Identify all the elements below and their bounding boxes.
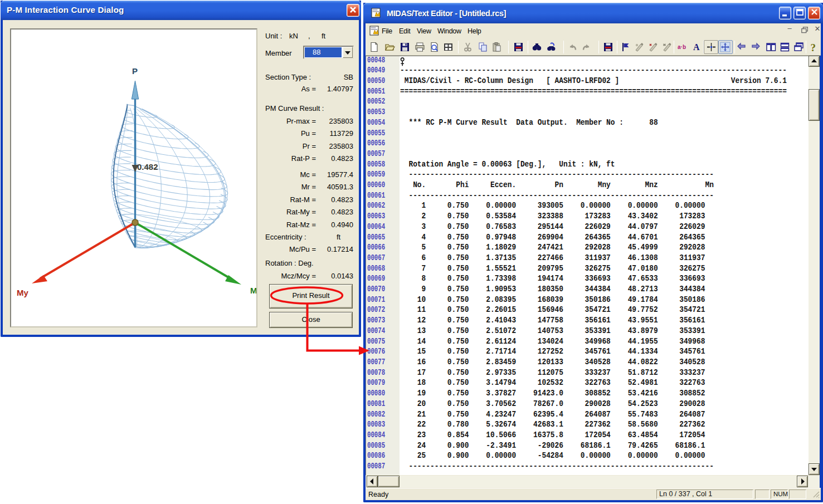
svg-text:a·b: a·b: [678, 44, 686, 50]
svg-text:My: My: [17, 288, 28, 297]
svg-text:M: M: [250, 286, 256, 295]
svg-text:A: A: [693, 42, 700, 52]
svg-text:?: ?: [811, 42, 816, 52]
svg-text:P: P: [132, 66, 138, 76]
svg-text:0.482: 0.482: [137, 162, 158, 172]
